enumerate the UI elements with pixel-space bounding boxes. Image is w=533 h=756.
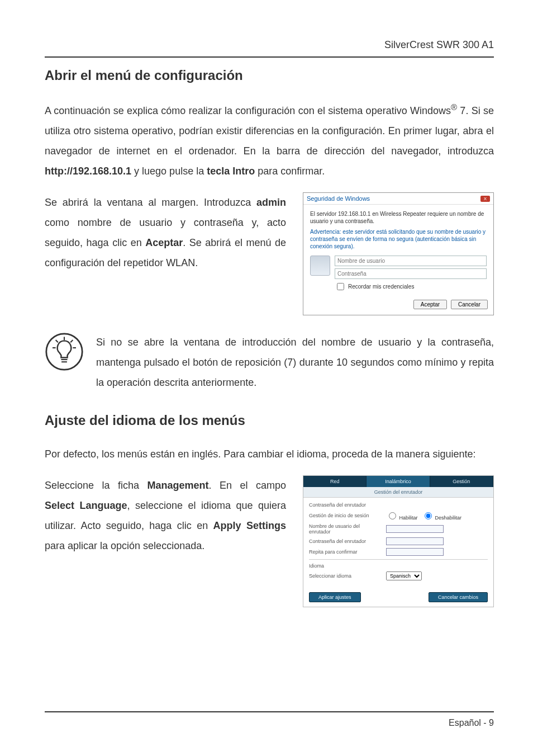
admin-text: admin	[256, 197, 286, 208]
s1p1d: para confirmar.	[255, 166, 325, 177]
router-password-field[interactable]	[386, 537, 444, 545]
section1-para2: Se abrirá la ventana al margen. Introduz…	[45, 192, 286, 273]
row-select-lang: Seleccionar idioma	[309, 573, 382, 579]
tab-gestion[interactable]: Gestión	[430, 476, 493, 487]
row-router-pwd: Contraseña del enrutador	[309, 538, 382, 544]
router-management-panel: Red Inalámbrico Gestión Gestión del enru…	[303, 475, 494, 607]
s2p2d: para aplicar la opción seleccionada.	[45, 540, 204, 551]
apply-text: Apply Settings	[213, 520, 286, 531]
section2-para2: Seleccione la ficha Management. En el ca…	[45, 475, 286, 556]
radio-deshab-label[interactable]: Deshabilitar	[422, 515, 461, 521]
radio-hab-label[interactable]: Habilitar	[386, 515, 418, 521]
top-rule	[45, 56, 494, 58]
url-text: http://192.168.10.1	[45, 166, 131, 177]
deshab-text: Deshabilitar	[435, 515, 462, 521]
dialog-cancel-button[interactable]: Cancelar	[451, 300, 488, 309]
tip-text: Si no se abre la ventana de introducción…	[96, 332, 494, 393]
aceptar-text: Aceptar	[145, 237, 183, 248]
dialog-msg: El servidor 192.168.10.1 en Wireless Rep…	[310, 210, 487, 225]
dialog-ok-button[interactable]: Aceptar	[413, 300, 447, 309]
row-lang-head: Idioma	[309, 563, 382, 569]
apply-settings-button[interactable]: Aplicar ajustes	[309, 592, 361, 602]
section2-title: Ajuste del idioma de los menús	[45, 413, 494, 428]
management-text: Management	[147, 480, 209, 491]
lightbulb-tip-icon	[45, 332, 84, 371]
row-username: Nombre de usuario del enrutador	[309, 523, 382, 535]
router-divider	[309, 559, 488, 560]
footer-rule	[45, 711, 494, 712]
hab-text: Habilitar	[399, 515, 418, 521]
row-login-mgmt: Gestión de inicio de sesión	[309, 513, 382, 518]
tab-red[interactable]: Red	[303, 476, 367, 487]
windows-security-dialog: Seguridad de Windows X El servidor 192.1…	[303, 192, 494, 315]
section1-title: Abrir el menú de configuración	[45, 68, 494, 83]
svg-line-4	[56, 340, 58, 342]
language-select[interactable]: Spanisch	[386, 571, 422, 580]
section1-para1: A continuación se explica cómo realizar …	[45, 99, 494, 181]
s2p2b: . En el campo	[209, 480, 286, 491]
reg-mark: ®	[451, 102, 457, 112]
s1p1c: y luego pulse la	[131, 166, 207, 177]
s2p2a: Seleccione la ficha	[45, 480, 147, 491]
router-subhead: Gestión del enrutador	[303, 487, 493, 498]
section2-para1: Por defecto, los menús están en inglés. …	[45, 444, 494, 464]
router-username-field[interactable]	[386, 525, 444, 533]
remember-checkbox-label[interactable]: Recordar mis credenciales	[335, 281, 487, 292]
remember-checkbox[interactable]	[337, 283, 344, 290]
intro-key: tecla Intro	[207, 166, 255, 177]
password-field[interactable]	[335, 268, 487, 279]
page-footer: Español - 9	[45, 718, 494, 728]
select-lang-text: Select Language	[45, 500, 127, 511]
remember-text: Recordar mis credenciales	[348, 284, 414, 290]
radio-deshabilitar[interactable]	[425, 512, 432, 519]
tab-inalambrico[interactable]: Inalámbrico	[367, 476, 430, 487]
dialog-warn: Advertencia: este servidor está solicita…	[310, 228, 487, 250]
svg-line-5	[70, 340, 73, 342]
username-field[interactable]	[335, 256, 487, 266]
dialog-title: Seguridad de Windows	[307, 195, 370, 202]
credential-icon	[310, 256, 330, 276]
close-icon[interactable]: X	[480, 196, 490, 202]
row-pwd-head: Contraseña del enrutador	[309, 502, 382, 508]
row-repeat: Repita para confirmar	[309, 549, 382, 555]
brand-header: SilverCrest SWR 300 A1	[45, 39, 494, 51]
s1p1a: A continuación se explica cómo realizar …	[45, 105, 451, 116]
cancel-changes-button[interactable]: Cancelar cambios	[429, 592, 488, 602]
s1p2a: Se abrirá la ventana al margen. Introduz…	[45, 197, 256, 208]
radio-habilitar[interactable]	[389, 512, 396, 519]
router-repeat-field[interactable]	[386, 548, 444, 556]
